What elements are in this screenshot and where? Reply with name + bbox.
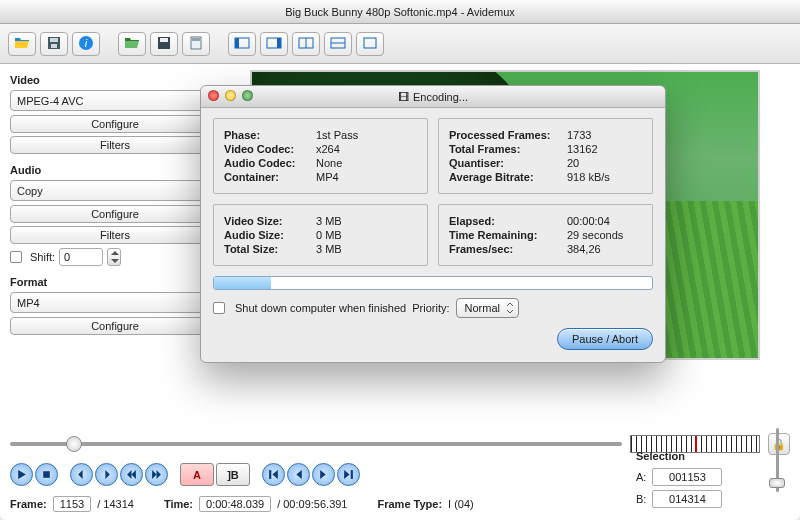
svg-rect-17 bbox=[364, 38, 376, 48]
sel-a-field[interactable]: 001153 bbox=[652, 468, 722, 486]
folder-open-icon bbox=[14, 35, 30, 53]
audio-section-title: Audio bbox=[10, 164, 220, 176]
sel-b-label: B: bbox=[636, 493, 646, 505]
shutdown-label: Shut down computer when finished bbox=[235, 302, 406, 314]
floppy-icon bbox=[46, 35, 62, 53]
time-input[interactable]: 0:00:48.039 bbox=[199, 496, 271, 512]
rows-icon bbox=[330, 35, 346, 53]
set-marker-b-button[interactable]: ]B bbox=[216, 463, 250, 486]
save-file-button[interactable] bbox=[40, 32, 68, 56]
svg-rect-19 bbox=[269, 470, 271, 479]
svg-rect-6 bbox=[160, 38, 168, 42]
prev-frame-button[interactable] bbox=[70, 463, 93, 486]
time-total: / 00:09:56.391 bbox=[277, 498, 347, 510]
zoom-icon[interactable] bbox=[242, 90, 253, 101]
save-video-button[interactable] bbox=[150, 32, 178, 56]
selection-box: Selection A:001153 B:014314 bbox=[636, 450, 786, 512]
frametype-label: Frame Type: bbox=[377, 498, 442, 510]
main-title-bar: Big Buck Bunny 480p Softonic.mp4 - Avide… bbox=[0, 0, 800, 24]
volume-slider[interactable] bbox=[768, 428, 786, 492]
open-file-button[interactable] bbox=[8, 32, 36, 56]
layout-right-icon bbox=[266, 35, 282, 53]
audio-filters-button[interactable]: Filters bbox=[10, 226, 220, 244]
columns-icon bbox=[298, 35, 314, 53]
shift-label: Shift: bbox=[30, 251, 55, 263]
layout-1-button[interactable] bbox=[228, 32, 256, 56]
goto-marker-a-button[interactable] bbox=[287, 463, 310, 486]
layout-2-button[interactable] bbox=[260, 32, 288, 56]
frame-input[interactable]: 1153 bbox=[53, 496, 91, 512]
layout-4-button[interactable] bbox=[324, 32, 352, 56]
svg-rect-10 bbox=[235, 38, 239, 48]
goto-end-button[interactable] bbox=[337, 463, 360, 486]
format-value: MP4 bbox=[17, 297, 40, 309]
open-video-button[interactable] bbox=[118, 32, 146, 56]
sel-b-field[interactable]: 014314 bbox=[652, 490, 722, 508]
audio-codec-select[interactable]: Copy bbox=[10, 180, 220, 201]
traffic-lights bbox=[208, 90, 253, 101]
priority-select[interactable]: Normal bbox=[456, 298, 519, 318]
video-filters-button[interactable]: Filters bbox=[10, 136, 220, 154]
video-configure-button[interactable]: Configure bbox=[10, 115, 220, 133]
pause-abort-button[interactable]: Pause / Abort bbox=[557, 328, 653, 350]
single-icon bbox=[362, 35, 378, 53]
layout-icon bbox=[234, 35, 250, 53]
encode-progress-bar bbox=[213, 276, 653, 290]
encode-size-panel: Video Size:3 MB Audio Size:0 MB Total Si… bbox=[213, 204, 428, 266]
audio-shift-row: Shift: 0 bbox=[10, 248, 220, 266]
svg-rect-2 bbox=[51, 44, 57, 48]
shift-stepper[interactable] bbox=[107, 248, 121, 266]
film-icon: 🎞 bbox=[398, 91, 409, 103]
shutdown-checkbox[interactable] bbox=[213, 302, 225, 314]
svg-rect-20 bbox=[351, 470, 353, 479]
sel-a-label: A: bbox=[636, 471, 646, 483]
svg-rect-12 bbox=[277, 38, 281, 48]
chevron-updown-icon bbox=[505, 301, 515, 317]
format-configure-button[interactable]: Configure bbox=[10, 317, 220, 335]
timeline-slider[interactable] bbox=[10, 442, 622, 446]
play-button[interactable] bbox=[10, 463, 33, 486]
next-frame-button[interactable] bbox=[95, 463, 118, 486]
format-section-title: Format bbox=[10, 276, 220, 288]
format-select[interactable]: MP4 bbox=[10, 292, 220, 313]
close-icon[interactable] bbox=[208, 90, 219, 101]
audio-configure-button[interactable]: Configure bbox=[10, 205, 220, 223]
audio-codec-value: Copy bbox=[17, 185, 43, 197]
svg-rect-1 bbox=[50, 38, 58, 42]
encode-time-panel: Elapsed:00:00:04 Time Remaining:29 secon… bbox=[438, 204, 653, 266]
dialog-title-bar[interactable]: 🎞 Encoding... bbox=[201, 86, 665, 108]
set-marker-a-button[interactable]: A bbox=[180, 463, 214, 486]
shift-value-input[interactable]: 0 bbox=[59, 248, 103, 266]
encoding-dialog: 🎞 Encoding... Phase:1st Pass Video Codec… bbox=[200, 85, 666, 363]
svg-rect-18 bbox=[43, 471, 50, 478]
prev-keyframe-button[interactable] bbox=[120, 463, 143, 486]
info-button[interactable]: i bbox=[72, 32, 100, 56]
goto-marker-b-button[interactable] bbox=[312, 463, 335, 486]
folder-green-icon bbox=[124, 35, 140, 53]
priority-label: Priority: bbox=[412, 302, 449, 314]
floppy-dark-icon bbox=[156, 35, 172, 53]
main-window-title: Big Buck Bunny 480p Softonic.mp4 - Avide… bbox=[285, 6, 515, 18]
stop-button[interactable] bbox=[35, 463, 58, 486]
shift-checkbox[interactable] bbox=[10, 251, 22, 263]
info-icon: i bbox=[78, 35, 94, 53]
goto-start-button[interactable] bbox=[262, 463, 285, 486]
minimize-icon[interactable] bbox=[225, 90, 236, 101]
video-codec-select[interactable]: MPEG-4 AVC bbox=[10, 90, 220, 111]
encode-progress-panel: Processed Frames:1733 Total Frames:13162… bbox=[438, 118, 653, 194]
layout-3-button[interactable] bbox=[292, 32, 320, 56]
frame-total: / 14314 bbox=[97, 498, 134, 510]
video-codec-value: MPEG-4 AVC bbox=[17, 95, 83, 107]
frametype-value: I (04) bbox=[448, 498, 474, 510]
next-keyframe-button[interactable] bbox=[145, 463, 168, 486]
encode-info-panel: Phase:1st Pass Video Codec:x264 Audio Co… bbox=[213, 118, 428, 194]
layout-5-button[interactable] bbox=[356, 32, 384, 56]
dialog-title: Encoding... bbox=[413, 91, 468, 103]
main-toolbar: i bbox=[0, 24, 800, 64]
video-section-title: Video bbox=[10, 74, 220, 86]
timeline-thumb[interactable] bbox=[66, 436, 82, 452]
codec-sidebar: Video MPEG-4 AVC Configure Filters Audio… bbox=[10, 70, 220, 338]
calculator-button[interactable] bbox=[182, 32, 210, 56]
calculator-icon bbox=[188, 35, 204, 53]
selection-title: Selection bbox=[636, 450, 786, 462]
